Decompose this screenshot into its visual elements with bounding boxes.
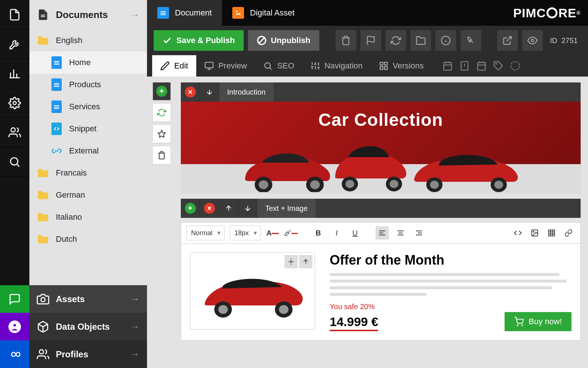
svg-point-46 — [517, 325, 518, 326]
rte-link-button[interactable] — [562, 226, 575, 240]
rte-size-select[interactable]: 18px — [230, 226, 261, 240]
preview-eye-button[interactable] — [522, 30, 543, 51]
svg-point-47 — [521, 325, 522, 326]
rte-style-select[interactable]: Normal — [186, 226, 225, 240]
rte-italic-button[interactable]: I — [330, 226, 343, 240]
rte-underline-button[interactable]: U — [348, 226, 362, 240]
save-publish-button[interactable]: Save & Publish — [154, 30, 244, 51]
notes-icon[interactable] — [456, 57, 473, 74]
offer-savings: You safe 20% — [330, 302, 571, 311]
tree-folder-english[interactable]: English — [29, 29, 147, 52]
svg-point-35 — [430, 181, 439, 189]
move-textimage-down-button[interactable] — [238, 199, 257, 218]
move-introduction-down-button[interactable] — [200, 82, 219, 102]
panel-dataobjects[interactable]: Data Objects→ — [29, 313, 147, 340]
sectab-label: SEO — [277, 61, 294, 71]
block-introduction-bar: ✕ Introduction — [181, 82, 581, 102]
rte-table-button[interactable] — [545, 226, 558, 240]
svg-rect-40 — [549, 230, 555, 236]
schedule-icon[interactable] — [439, 57, 456, 74]
rail-reports-icon[interactable] — [0, 59, 29, 88]
button-label: Save & Publish — [176, 36, 235, 45]
svg-point-27 — [259, 180, 268, 189]
rail-documents-icon[interactable] — [0, 0, 29, 29]
snippet-icon — [51, 123, 62, 135]
brand-logo: PIMCRE® — [513, 6, 581, 20]
tab-digital-asset[interactable]: Digital Asset — [222, 0, 305, 26]
rte-align-center-button[interactable] — [394, 226, 407, 240]
rail-infinity-icon[interactable] — [0, 340, 29, 368]
tree-folder-francais[interactable]: Francais — [29, 162, 147, 184]
rail-search-icon[interactable] — [0, 147, 29, 177]
reload-block-button[interactable] — [153, 104, 171, 121]
button-label: Unpublish — [271, 36, 311, 45]
favorite-block-button[interactable] — [153, 125, 171, 143]
tree-folder-label: Francais — [56, 168, 87, 178]
tree-folder-label: English — [56, 36, 82, 45]
rail-chat-icon[interactable] — [0, 285, 29, 313]
panel-assets[interactable]: Assets→ — [29, 285, 147, 313]
rail-users-icon[interactable] — [0, 118, 29, 147]
sectab-preview[interactable]: Preview — [196, 55, 255, 77]
add-block-button[interactable]: + — [153, 82, 171, 100]
sectab-label: Versions — [393, 61, 424, 71]
tree-item-services[interactable]: Services — [29, 96, 147, 118]
move-textimage-up-button[interactable] — [219, 199, 238, 218]
rte-bgcolor-button[interactable] — [284, 226, 298, 240]
collapse-tree-icon[interactable]: → — [130, 9, 140, 21]
remove-introduction-button[interactable]: ✕ — [181, 82, 200, 102]
image-dropzone[interactable] — [190, 252, 315, 330]
rail-tools-icon[interactable] — [0, 29, 29, 59]
page-icon — [51, 78, 62, 91]
refresh-button[interactable] — [386, 30, 406, 51]
image-focal-button[interactable] — [284, 255, 298, 268]
tree-item-products[interactable]: Products — [29, 74, 147, 96]
folder-button[interactable] — [410, 30, 431, 51]
panel-label: Assets — [56, 294, 85, 304]
rte-image-button[interactable] — [528, 226, 541, 240]
rail-settings-icon[interactable] — [0, 88, 29, 118]
rte-align-right-button[interactable] — [412, 226, 426, 240]
delete-button[interactable] — [336, 30, 356, 51]
svg-marker-25 — [158, 130, 165, 137]
tab-document[interactable]: Document — [147, 0, 222, 26]
document-id: ID 2751 — [550, 36, 581, 45]
buy-now-button[interactable]: Buy now! — [505, 312, 572, 331]
tag-icon[interactable] — [490, 57, 507, 74]
svg-point-15 — [265, 63, 270, 68]
flag-button[interactable] — [361, 30, 381, 51]
svg-point-4 — [13, 323, 17, 327]
delete-block-button[interactable] — [153, 146, 171, 164]
hero-block[interactable]: Car Collection — [181, 102, 581, 194]
tree-item-snippet[interactable]: Snippet — [29, 118, 147, 140]
remove-textimage-button[interactable]: ✕ — [200, 199, 219, 218]
date-icon[interactable] — [473, 57, 490, 74]
rte-code-button[interactable] — [511, 226, 524, 240]
panel-profiles[interactable]: Profiles→ — [29, 340, 147, 368]
rte-bold-button[interactable]: B — [312, 226, 325, 240]
translate-button[interactable] — [460, 30, 481, 51]
sectab-edit[interactable]: Edit — [152, 55, 196, 77]
svg-point-33 — [390, 180, 398, 188]
rte-textcolor-button[interactable]: A — [266, 226, 279, 240]
rte-body[interactable]: Offer of the Month You safe 20% 14.999 €… — [181, 244, 581, 340]
sectab-navigation[interactable]: Navigation — [302, 55, 371, 77]
page-icon — [51, 56, 62, 69]
workflow-icon[interactable] — [507, 57, 524, 74]
open-external-button[interactable] — [497, 30, 518, 51]
add-textimage-button[interactable]: + — [181, 199, 200, 218]
image-upload-button[interactable] — [299, 255, 312, 268]
rte-align-left-button[interactable] — [376, 226, 389, 240]
tree-folder-italiano[interactable]: Italiano — [29, 206, 147, 228]
info-button[interactable] — [435, 30, 456, 51]
rail-profile-icon[interactable] — [0, 313, 29, 340]
tree-folder-german[interactable]: German — [29, 184, 147, 206]
tree-folder-dutch[interactable]: Dutch — [29, 228, 147, 250]
tab-label: Document — [175, 8, 212, 18]
svg-point-9 — [39, 350, 43, 354]
unpublish-button[interactable]: Unpublish — [248, 30, 319, 51]
tree-item-home[interactable]: Home — [29, 52, 147, 74]
sectab-versions[interactable]: Versions — [371, 55, 432, 77]
sectab-seo[interactable]: SEO — [255, 55, 302, 77]
tree-item-external[interactable]: External — [29, 140, 147, 162]
